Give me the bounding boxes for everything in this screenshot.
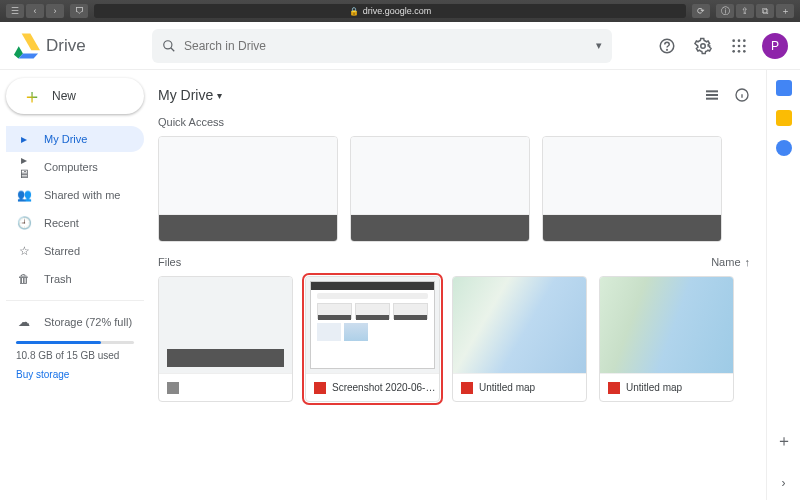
nav-label: My Drive (44, 133, 87, 145)
computers-icon: ▸🖥 (16, 153, 32, 181)
details-icon[interactable] (734, 87, 750, 103)
apps-grid-icon[interactable] (726, 33, 752, 59)
svg-point-12 (738, 50, 741, 53)
file-name: Screenshot 2020-06-… (332, 382, 435, 393)
svg-point-3 (667, 49, 668, 50)
nav-storage[interactable]: ☁ Storage (72% full) (6, 309, 144, 335)
storage-icon: ☁ (16, 315, 32, 329)
shared-icon: 👥 (16, 188, 32, 202)
app-header: Drive ▾ P (0, 22, 800, 70)
info-icon[interactable]: ⓘ (716, 4, 734, 18)
map-preview (453, 277, 586, 373)
arrow-up-icon: ↑ (745, 256, 751, 268)
nav-computers[interactable]: ▸🖥 Computers (6, 154, 144, 180)
quick-access-card[interactable] (158, 136, 338, 242)
sidebar: ＋ New ▸ My Drive ▸🖥 Computers 👥 Shared w… (0, 70, 150, 500)
tabs-icon[interactable]: ⧉ (756, 4, 774, 18)
nav-recent[interactable]: 🕘 Recent (6, 210, 144, 236)
nav-label: Computers (44, 161, 98, 173)
svg-rect-14 (706, 90, 718, 92)
nav-my-drive[interactable]: ▸ My Drive (6, 126, 144, 152)
recent-icon: 🕘 (16, 216, 32, 230)
sidebar-toggle-icon[interactable]: ☰ (6, 4, 24, 18)
sort-control[interactable]: Name ↑ (711, 256, 750, 268)
share-icon[interactable]: ⇪ (736, 4, 754, 18)
file-type-icon (167, 382, 179, 394)
plus-icon: ＋ (22, 86, 42, 106)
account-avatar[interactable]: P (762, 33, 788, 59)
file-card[interactable]: Untitled map (452, 276, 587, 402)
new-button-label: New (52, 89, 76, 103)
calendar-icon[interactable] (776, 80, 792, 96)
sort-label: Name (711, 256, 740, 268)
reload-icon[interactable]: ⟳ (692, 4, 710, 18)
new-tab-icon[interactable]: ＋ (776, 4, 794, 18)
search-icon (162, 39, 176, 53)
nav-back-icon[interactable]: ‹ (26, 4, 44, 18)
trash-icon: 🗑 (16, 272, 32, 286)
svg-point-6 (738, 39, 741, 42)
svg-point-0 (164, 40, 172, 48)
file-name: Untitled map (479, 382, 535, 393)
svg-point-4 (701, 43, 706, 48)
settings-icon[interactable] (690, 33, 716, 59)
storage-label: Storage (72% full) (44, 316, 132, 328)
svg-point-13 (743, 50, 746, 53)
nav-trash[interactable]: 🗑 Trash (6, 266, 144, 292)
nav-fwd-icon[interactable]: › (46, 4, 64, 18)
my-drive-icon: ▸ (16, 132, 32, 146)
files-heading: Files (158, 256, 181, 268)
search-options-icon[interactable]: ▾ (596, 39, 602, 52)
search-input[interactable] (184, 39, 596, 53)
svg-point-9 (738, 44, 741, 47)
app-name: Drive (46, 36, 86, 56)
file-name: Untitled map (626, 382, 682, 393)
lock-icon: 🔒 (349, 7, 359, 16)
add-addon-icon[interactable]: ＋ (776, 431, 792, 452)
shield-icon[interactable]: ⛉ (70, 4, 88, 18)
url-text: drive.google.com (363, 6, 432, 16)
svg-point-7 (743, 39, 746, 42)
list-view-icon[interactable] (704, 87, 720, 103)
nav-starred[interactable]: ☆ Starred (6, 238, 144, 264)
keep-icon[interactable] (776, 110, 792, 126)
breadcrumb[interactable]: My Drive ▾ (158, 87, 222, 103)
buy-storage-link[interactable]: Buy storage (16, 369, 134, 380)
file-card[interactable]: Untitled map (599, 276, 734, 402)
main-content: My Drive ▾ Quick Access Files Name ↑ (150, 70, 766, 500)
image-file-icon (314, 382, 326, 394)
drive-logo-icon (12, 32, 40, 60)
svg-line-1 (171, 47, 175, 51)
side-panel: ＋ › (766, 70, 800, 500)
quick-access-card[interactable] (542, 136, 722, 242)
svg-point-10 (743, 44, 746, 47)
nav-label: Shared with me (44, 189, 120, 201)
nav-label: Starred (44, 245, 80, 257)
divider (6, 300, 144, 301)
nav-label: Recent (44, 217, 79, 229)
file-card-selected[interactable]: Screenshot 2020-06-… (305, 276, 440, 402)
map-preview (600, 277, 733, 373)
search-bar[interactable]: ▾ (152, 29, 612, 63)
star-icon: ☆ (16, 244, 32, 258)
storage-used: 10.8 GB of 15 GB used (16, 350, 134, 361)
support-icon[interactable] (654, 33, 680, 59)
address-bar[interactable]: 🔒 drive.google.com (94, 4, 686, 18)
tasks-icon[interactable] (776, 140, 792, 156)
nav-label: Trash (44, 273, 72, 285)
file-card[interactable] (158, 276, 293, 402)
map-file-icon (608, 382, 620, 394)
drive-logo[interactable]: Drive (12, 32, 142, 60)
breadcrumb-label: My Drive (158, 87, 213, 103)
new-button[interactable]: ＋ New (6, 78, 144, 114)
svg-point-8 (732, 44, 735, 47)
chevron-down-icon: ▾ (217, 90, 222, 101)
quick-access-heading: Quick Access (158, 116, 750, 128)
files-grid: Screenshot 2020-06-… Untitled map Untitl… (158, 276, 750, 402)
svg-point-11 (732, 50, 735, 53)
svg-rect-15 (706, 94, 718, 96)
collapse-panel-icon[interactable]: › (782, 476, 786, 490)
svg-point-5 (732, 39, 735, 42)
nav-shared[interactable]: 👥 Shared with me (6, 182, 144, 208)
quick-access-card[interactable] (350, 136, 530, 242)
